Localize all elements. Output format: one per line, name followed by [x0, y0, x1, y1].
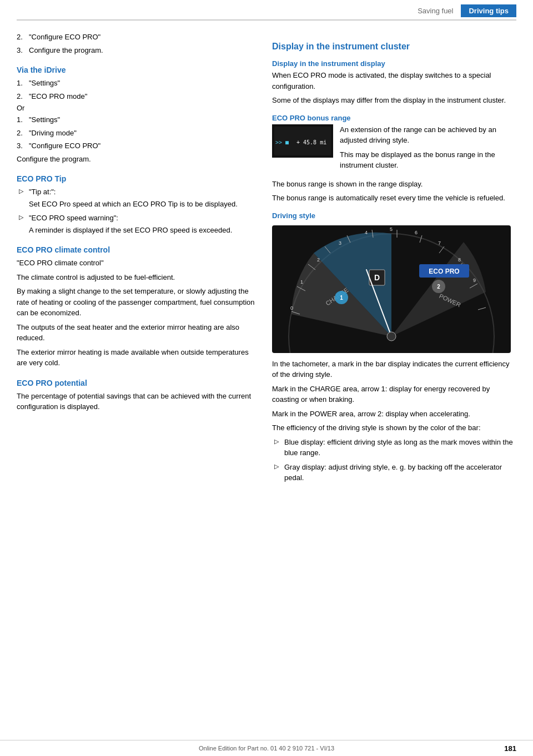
driving-style-p4: The efficiency of the driving style is s… — [272, 422, 516, 434]
eco-bonus-p3: The bonus range is shown in the range di… — [272, 179, 516, 190]
display-instrument-sub: Display in the instrument display — [272, 59, 516, 68]
eco-climate-p2: By making a slight change to the set tem… — [17, 286, 255, 319]
tip-sub-2: A reminder is displayed if the set ECO P… — [29, 225, 232, 236]
arrow-icon-4: ▷ — [274, 462, 284, 483]
eco-pro-potential-heading: ECO PRO potential — [17, 379, 255, 387]
or-step-1: 1. "Settings" — [17, 114, 255, 125]
svg-text:>> ■: >> ■ — [275, 139, 289, 145]
via-step-2: 2. "ECO PRO mode" — [17, 91, 255, 102]
arrow-icon-2: ▷ — [19, 213, 29, 235]
eco-pro-climate-heading: ECO PRO climate control — [17, 245, 255, 254]
or-text: Or — [17, 104, 255, 112]
left-column: 2. "Configure ECO PRO" 3. Configure the … — [17, 32, 255, 487]
svg-text:D: D — [374, 273, 380, 282]
display-cluster-heading: Display in the instrument cluster — [272, 42, 516, 52]
driving-style-sub: Driving style — [272, 211, 516, 220]
driving-style-p3: Mark in the POWER area, arrow 2: display… — [272, 409, 516, 420]
eco-climate-p3: The outputs of the seat heater and the e… — [17, 322, 255, 344]
style-bullet-2-text: Gray display: adjust driving style, e. g… — [284, 462, 516, 483]
via-idrive-heading: Via the iDrive — [17, 65, 255, 74]
or-step-2: 2. "Driving mode" — [17, 128, 255, 139]
display-p2: Some of the displays may differ from the… — [272, 95, 516, 106]
main-content: 2. "Configure ECO PRO" 3. Configure the … — [0, 21, 533, 509]
svg-text:1: 1 — [300, 279, 303, 285]
svg-text:6: 6 — [415, 230, 418, 235]
arrow-icon-1: ▷ — [19, 187, 29, 209]
eco-bonus-p4: The bonus range is automatically reset e… — [272, 193, 516, 204]
tachometer-image: ECO PRO D CHARGE POWER 1 2 0 — [272, 225, 511, 353]
display-p1: When ECO PRO mode is activated, the disp… — [272, 70, 516, 92]
svg-text:4: 4 — [365, 230, 368, 235]
svg-text:ECO PRO: ECO PRO — [429, 268, 459, 275]
eco-bonus-p2: This may be displayed as the bonus range… — [340, 149, 516, 171]
svg-text:7: 7 — [438, 240, 441, 246]
style-bullet-1: ▷ Blue display: efficient driving style … — [274, 437, 516, 458]
or-step-3: 3. "Configure ECO PRO" — [17, 140, 255, 152]
step-2: 2. "Configure ECO PRO" — [17, 32, 255, 43]
eco-bonus-p1: An extension of the range can be achieve… — [340, 124, 516, 146]
tip-bullet-1: ▷ "Tip at:": Set ECO Pro speed at which … — [19, 187, 255, 209]
eco-bonus-image-row: >> ■ + 45.8 mi An extension of the range… — [272, 124, 516, 174]
via-step-1: 1. "Settings" — [17, 78, 255, 89]
eco-climate-p4: The exterior mirror heating is made avai… — [17, 347, 255, 369]
svg-text:0: 0 — [290, 305, 293, 311]
svg-text:+ 45.8 mi: + 45.8 mi — [296, 139, 326, 145]
eco-climate-label: "ECO PRO climate control" — [17, 258, 255, 269]
arrow-icon-3: ▷ — [274, 437, 284, 458]
driving-style-p2: Mark in the CHARGE area, arrow 1: displa… — [272, 384, 516, 405]
style-bullet-2: ▷ Gray display: adjust driving style, e.… — [274, 462, 516, 483]
svg-text:5: 5 — [390, 226, 393, 232]
eco-bonus-range-sub: ECO PRO bonus range — [272, 114, 516, 122]
eco-pro-tip-heading: ECO PRO Tip — [17, 174, 255, 183]
eco-bonus-text-block: An extension of the range can be achieve… — [340, 124, 516, 174]
step-3: 3. Configure the program. — [17, 45, 255, 56]
svg-text:2: 2 — [437, 284, 440, 290]
eco-climate-p1: The climate control is adjusted to be fu… — [17, 272, 255, 283]
svg-text:8: 8 — [458, 257, 461, 263]
footer-text: Online Edition for Part no. 01 40 2 910 … — [199, 745, 334, 752]
tip-bullet-2: ▷ "ECO PRO speed warning": A reminder is… — [19, 213, 255, 235]
header-driving-tips: Driving tips — [461, 4, 516, 17]
svg-text:9: 9 — [473, 278, 476, 283]
page-header: Saving fuel Driving tips — [17, 0, 516, 21]
svg-text:1: 1 — [340, 295, 343, 301]
configure-program: Configure the program. — [17, 154, 255, 165]
right-column: Display in the instrument cluster Displa… — [272, 32, 516, 487]
svg-text:3: 3 — [339, 240, 341, 246]
eco-potential-p1: The percentage of potential savings that… — [17, 391, 255, 412]
driving-style-p1: In the tachometer, a mark in the bar dis… — [272, 359, 516, 380]
footer-page: 181 — [504, 744, 516, 753]
svg-text:2: 2 — [317, 257, 320, 263]
header-saving-fuel: Saving fuel — [410, 4, 461, 17]
svg-point-29 — [387, 332, 396, 341]
eco-display-image: >> ■ + 45.8 mi — [272, 124, 333, 158]
tip-sub-1: Set ECO Pro speed at which an ECO PRO Ti… — [29, 199, 238, 210]
style-bullet-1-text: Blue display: efficient driving style as… — [284, 437, 516, 458]
